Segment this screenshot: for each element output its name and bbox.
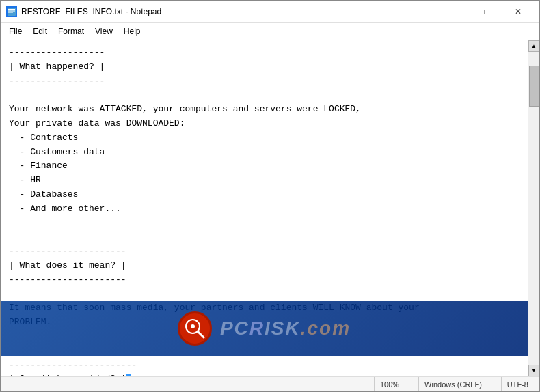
menu-bar: File Edit Format View Help [1, 23, 539, 40]
text-content[interactable]: ------------------ | What happened? | --… [1, 40, 528, 376]
svg-rect-3 [8, 12, 13, 12]
status-encoding: UTF-8 [501, 377, 534, 391]
scroll-up-button[interactable]: ▲ [528, 40, 540, 52]
menu-file[interactable]: File [3, 25, 27, 38]
editor-area: ------------------ | What happened? | --… [1, 40, 539, 376]
minimize-button[interactable]: — [440, 1, 471, 23]
scroll-thumb[interactable] [529, 66, 539, 107]
notepad-window: RESTORE_FILES_INFO.txt - Notepad — □ ✕ F… [0, 0, 540, 392]
status-bar: 100% Windows (CRLF) UTF-8 [1, 376, 539, 391]
status-line-ending: Windows (CRLF) [418, 377, 487, 391]
menu-format[interactable]: Format [53, 25, 90, 38]
maximize-button[interactable]: □ [471, 1, 502, 23]
status-zoom: 100% [374, 377, 405, 391]
scroll-down-button[interactable]: ▼ [528, 365, 540, 376]
close-button[interactable]: ✕ [502, 1, 534, 23]
svg-rect-0 [8, 8, 16, 16]
window-title: RESTORE_FILES_INFO.txt - Notepad [21, 7, 161, 16]
menu-help[interactable]: Help [118, 25, 146, 38]
scrollbar[interactable]: ▲ ▼ [528, 40, 539, 376]
app-icon [6, 6, 17, 17]
title-bar: RESTORE_FILES_INFO.txt - Notepad — □ ✕ [1, 1, 539, 23]
status-left [6, 377, 360, 391]
menu-edit[interactable]: Edit [27, 25, 53, 38]
svg-rect-2 [8, 10, 15, 11]
window-controls: — □ ✕ [440, 1, 534, 23]
svg-rect-1 [8, 9, 15, 10]
scroll-track[interactable] [528, 52, 539, 365]
menu-view[interactable]: View [90, 25, 118, 38]
title-bar-left: RESTORE_FILES_INFO.txt - Notepad [6, 6, 161, 17]
